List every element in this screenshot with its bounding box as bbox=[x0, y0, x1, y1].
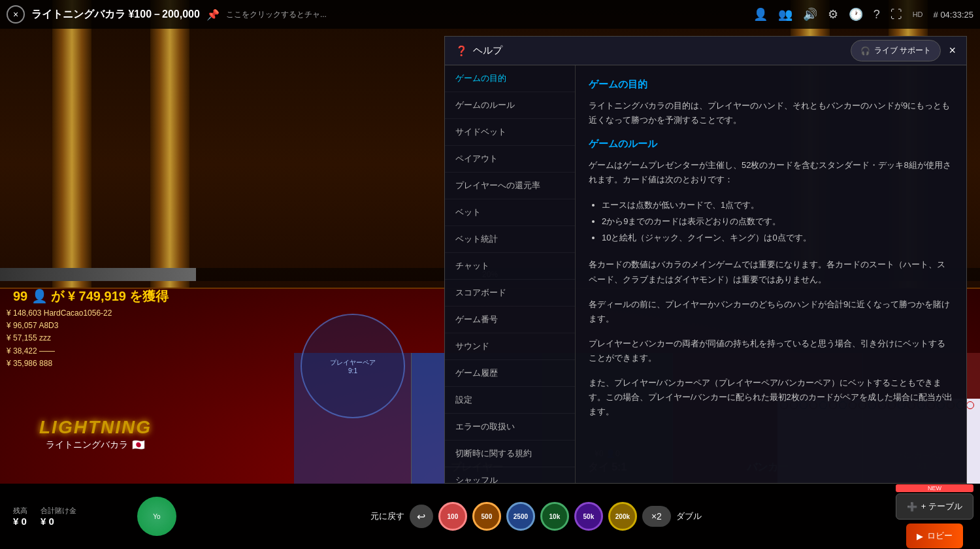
balance-label: 残高 bbox=[13, 506, 27, 516]
time-display: # 04:33:25 bbox=[934, 10, 973, 20]
avatar: Yo bbox=[137, 497, 176, 536]
help-tie-note: プレイヤーとバンカーの両者が同値の持ち札を持っていると思う場合、引き分けにベット… bbox=[589, 337, 953, 365]
chip-200k[interactable]: 200k bbox=[608, 502, 637, 531]
help-title-text: ヘルプ bbox=[473, 44, 502, 57]
win-notification: 99 👤 が ¥ 749,919 を獲得 bbox=[13, 288, 169, 305]
close-button[interactable]: × bbox=[7, 5, 25, 24]
chip-2500[interactable]: 2500 bbox=[506, 502, 535, 531]
help-card-rule-1: エースは点数が低いカードで、1点です。 bbox=[602, 197, 953, 214]
balance-item: 残高 ¥ 0 bbox=[13, 506, 27, 527]
headset-icon: 🎧 bbox=[860, 46, 870, 56]
help-card-rule-3: 10と絵札（ジャック、クイーン、キング）は0点です。 bbox=[602, 230, 953, 246]
player-pair-circle: プレイヤーペア 9:1 bbox=[301, 314, 405, 418]
help-header: ❓ ヘルプ 🎧 ライブ サポート × bbox=[445, 37, 966, 65]
top-bar: × ライトニングバカラ ¥100－200,000 📌 ここをクリックするとチャ.… bbox=[0, 0, 980, 29]
new-badge: NEW bbox=[896, 484, 973, 492]
chip-500[interactable]: 500 bbox=[472, 502, 501, 531]
help-suit-note: 各カードの数値はバカラのメインゲームでは重要になります。各カードのスート（ハート… bbox=[589, 258, 953, 286]
avatar-text: Yo bbox=[153, 513, 160, 520]
balance-value: ¥ 0 bbox=[13, 516, 27, 527]
help-nav-bet-stats[interactable]: ベット統計 bbox=[445, 226, 575, 253]
help-intro-text: ライトニングバカラの目的は、プレイヤーのハンド、それともバンカーのハンドが9にも… bbox=[589, 99, 953, 127]
help-nav-game-objective[interactable]: ゲームの目的 bbox=[445, 65, 575, 92]
help-close-button[interactable]: × bbox=[949, 44, 956, 58]
add-table-button[interactable]: ➕ + テーブル bbox=[896, 493, 973, 520]
bottom-bar: 残高 ¥ 0 合計賭け金 ¥ 0 Yo 元に戻す ↩ 100 500 2500 … bbox=[0, 484, 980, 549]
help-nav-bet[interactable]: ベット bbox=[445, 199, 575, 226]
help-nav-disconnection[interactable]: 切断時に関する規約 bbox=[445, 441, 575, 467]
help-rules-intro: ゲームはゲームプレゼンターが主催し、52枚のカードを含むスタンダード・デッキ8組… bbox=[589, 158, 953, 187]
help-nav-side-bets[interactable]: サイドベット bbox=[445, 119, 575, 146]
help-nav-settings[interactable]: 設定 bbox=[445, 387, 575, 414]
progress-bar-fill bbox=[0, 268, 196, 281]
help-main-content: ゲームの目的 ライトニングバカラの目的は、プレイヤーのハンド、それともバンカーの… bbox=[576, 65, 966, 483]
right-action-buttons: NEW ➕ + テーブル ▶ ロビー bbox=[889, 484, 980, 548]
lobby-icon: ▶ bbox=[917, 531, 923, 541]
hd-badge: HD bbox=[913, 10, 923, 18]
top-bar-right: 👤 👥 🔊 ⚙ 🕐 ? ⛶ HD # 04:33:25 bbox=[753, 7, 973, 22]
help-nav-error[interactable]: エラーの取扱い bbox=[445, 414, 575, 441]
balance-section: 残高 ¥ 0 合計賭け金 ¥ 0 bbox=[0, 506, 131, 527]
lobby-label: ロビー bbox=[927, 530, 953, 542]
logo-flag: 🇯🇵 bbox=[132, 439, 145, 451]
history-icon[interactable]: 🕐 bbox=[849, 7, 863, 22]
chip-50k[interactable]: 50k bbox=[574, 502, 603, 531]
settings-icon[interactable]: ⚙ bbox=[828, 7, 838, 22]
add-table-label: + テーブル bbox=[921, 501, 962, 512]
help-nav-sound[interactable]: サウンド bbox=[445, 333, 575, 360]
logo-lightning-text: LIGHTNING bbox=[39, 417, 152, 438]
double-button[interactable]: ダブル bbox=[676, 510, 702, 522]
undo-button[interactable]: ↩ bbox=[410, 505, 433, 528]
chat-hint[interactable]: ここをクリックするとチャ... bbox=[226, 9, 327, 20]
player-pair-odds: 9:1 bbox=[330, 367, 376, 374]
lightning-logo: LIGHTNING ライトニングバカラ 🇯🇵 bbox=[39, 417, 152, 451]
help-nav-shuffle[interactable]: シャッフル bbox=[445, 467, 575, 483]
help-nav-payout[interactable]: ペイアウト bbox=[445, 146, 575, 173]
recent-win-3: ¥ 57,155 zzz bbox=[7, 332, 112, 344]
help-nav-game-number[interactable]: ゲーム番号 bbox=[445, 307, 575, 333]
total-bet-item: 合計賭け金 ¥ 0 bbox=[41, 506, 76, 527]
help-pair-note: また、プレイヤー/バンカーペア（プレイヤーペア/バンカーペア）にベットすることも… bbox=[589, 376, 953, 419]
total-bet-label: 合計賭け金 bbox=[41, 506, 76, 516]
add-table-wrapper: NEW ➕ + テーブル bbox=[896, 484, 973, 520]
help-nav: ゲームの目的 ゲームのルール サイドベット ペイアウト プレイヤーへの還元率 ベ… bbox=[445, 65, 576, 483]
pin-icon[interactable]: 📌 bbox=[206, 8, 220, 21]
help-card-rules-list: エースは点数が低いカードで、1点です。 2から9までのカードは表示どおりの点数で… bbox=[602, 197, 953, 246]
add-table-icon: ➕ bbox=[907, 502, 917, 512]
help-panel: ❓ ヘルプ 🎧 ライブ サポート × ゲームの目的 ゲームのルール サイドベット… bbox=[444, 36, 967, 484]
logo-sub-text: ライトニングバカラ bbox=[46, 439, 128, 451]
recent-win-5: ¥ 35,986 888 bbox=[7, 358, 112, 370]
revert-button[interactable]: 元に戻す bbox=[370, 510, 404, 522]
total-bet-value: ¥ 0 bbox=[41, 516, 76, 527]
help-section-title-rules: ゲームのルール bbox=[589, 138, 953, 150]
chip-10k[interactable]: 10k bbox=[540, 502, 569, 531]
help-header-title: ❓ ヘルプ bbox=[455, 44, 502, 57]
help-nav-rtp[interactable]: プレイヤーへの還元率 bbox=[445, 173, 575, 199]
score-dot bbox=[966, 401, 974, 409]
help-bet-note: 各ディールの前に、プレイヤーかバンカーのどちらのハンドが合計9に近くなって勝つか… bbox=[589, 297, 953, 326]
lobby-button[interactable]: ▶ ロビー bbox=[906, 524, 963, 548]
recent-wins: ¥ 148,603 HardCacao1056-22 ¥ 96,057 A8D3… bbox=[7, 307, 112, 370]
help-nav-game-rules[interactable]: ゲームのルール bbox=[445, 92, 575, 119]
top-bar-left: × ライトニングバカラ ¥100－200,000 📌 ここをクリックするとチャ.… bbox=[7, 5, 327, 24]
help-body: ゲームの目的 ゲームのルール サイドベット ペイアウト プレイヤーへの還元率 ベ… bbox=[445, 65, 966, 483]
recent-win-1: ¥ 148,603 HardCacao1056-22 bbox=[7, 307, 112, 320]
user-icon[interactable]: 👤 bbox=[753, 7, 768, 22]
live-support-label: ライブ サポート bbox=[874, 45, 931, 56]
fullscreen-icon[interactable]: ⛶ bbox=[890, 8, 902, 22]
help-header-actions: 🎧 ライブ サポート × bbox=[851, 40, 956, 61]
player-pair-label: プレイヤーペア bbox=[330, 358, 376, 367]
help-nav-scoreboard[interactable]: スコアボード bbox=[445, 280, 575, 307]
users-icon[interactable]: 👥 bbox=[778, 7, 792, 22]
help-icon[interactable]: ? bbox=[874, 8, 880, 22]
recent-win-4: ¥ 38,422 —— bbox=[7, 345, 112, 358]
multiplier-button[interactable]: ×2 bbox=[642, 506, 671, 527]
player-pair-zone[interactable]: プレイヤーペア 9:1 bbox=[294, 353, 412, 484]
live-support-button[interactable]: 🎧 ライブ サポート bbox=[851, 40, 941, 61]
chip-100[interactable]: 100 bbox=[438, 502, 467, 531]
sound-icon[interactable]: 🔊 bbox=[803, 7, 817, 22]
help-nav-game-history[interactable]: ゲーム履歴 bbox=[445, 360, 575, 387]
help-nav-chat[interactable]: チャット bbox=[445, 253, 575, 280]
action-section: 元に戻す ↩ 100 500 2500 10k 50k 200k ×2 ダブル bbox=[183, 502, 889, 531]
help-section-title-objective: ゲームの目的 bbox=[589, 78, 953, 91]
